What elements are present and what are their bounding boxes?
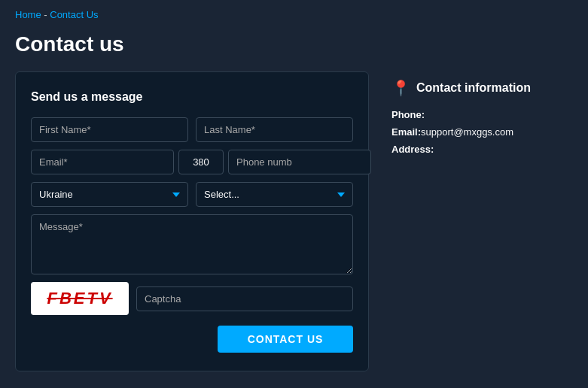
email-input[interactable] [31, 150, 174, 174]
country-select-wrapper: Ukraine USA UK Germany [31, 182, 188, 207]
captcha-input[interactable] [136, 286, 353, 311]
captcha-image: FBETV [31, 282, 129, 315]
page-wrapper: Home - Contact Us Contact us Send us a m… [0, 0, 588, 386]
submit-button[interactable]: CONTACT US [218, 326, 353, 353]
breadcrumb-current: Contact Us [50, 9, 98, 20]
topic-select-wrapper: Select... Option 1 Option 2 Option 3 [196, 182, 353, 207]
page-title: Contact us [15, 32, 573, 56]
contact-info-panel: 📍 Contact information Phone: Email:suppo… [391, 71, 573, 161]
location-icon: 📍 [391, 79, 410, 97]
captcha-row: FBETV [31, 282, 353, 315]
phone-row: Phone: [391, 109, 573, 120]
form-card: Send us a message Ukraine USA UK Germany [15, 71, 369, 371]
message-input[interactable] [31, 214, 353, 274]
address-label: Address: [391, 144, 434, 155]
captcha-display: FBETV [31, 286, 129, 311]
contact-info-title: Contact information [416, 81, 531, 95]
email-value: support@mxggs.com [421, 126, 513, 138]
phone-number-input[interactable] [228, 150, 371, 174]
breadcrumb: Home - Contact Us [15, 9, 573, 20]
email-row: Email:support@mxggs.com [391, 126, 573, 138]
phone-label: Phone: [391, 109, 425, 120]
content-row: Send us a message Ukraine USA UK Germany [15, 71, 573, 371]
first-name-input[interactable] [31, 117, 188, 142]
message-row [31, 214, 353, 274]
breadcrumb-home[interactable]: Home [15, 9, 41, 20]
phone-code-input[interactable] [178, 150, 224, 174]
last-name-input[interactable] [196, 117, 353, 142]
topic-select[interactable]: Select... Option 1 Option 2 Option 3 [196, 182, 353, 207]
contact-info-header: 📍 Contact information [391, 79, 573, 97]
submit-row: CONTACT US [31, 326, 353, 353]
contact-row [31, 150, 353, 174]
country-select[interactable]: Ukraine USA UK Germany [31, 182, 188, 207]
address-row: Address: [391, 144, 573, 155]
location-row: Ukraine USA UK Germany Select... Option … [31, 182, 353, 207]
email-label: Email: [391, 126, 421, 138]
form-card-title: Send us a message [31, 90, 353, 104]
name-row [31, 117, 353, 142]
